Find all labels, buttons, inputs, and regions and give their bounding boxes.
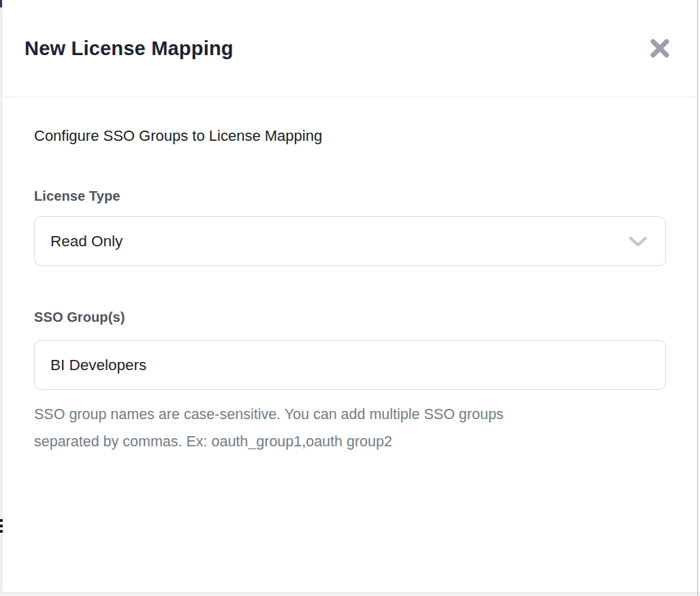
sso-groups-help-line-2: separated by commas. Ex: oauth_group1,oa… [34,428,666,455]
close-button[interactable] [647,35,673,61]
modal-header: New License Mapping [3,0,697,97]
license-type-select[interactable]: Read Only [34,216,666,266]
modal-body: Configure SSO Groups to License Mapping … [3,127,697,455]
configure-sso-groups-heading: Configure SSO Groups to License Mapping [34,127,666,145]
sso-groups-input[interactable] [34,340,666,390]
sso-groups-help-text: SSO group names are case-sensitive. You … [34,401,666,455]
new-license-mapping-modal: New License Mapping Configure SSO Groups… [3,0,697,593]
license-type-label: License Type [34,188,666,204]
x-icon [649,37,671,59]
page-behind-bottom-edge [0,593,700,596]
cutoff-menu-dash [0,519,3,522]
page-behind-right-edge-line [697,0,698,596]
license-type-selected-value: Read Only [50,233,123,250]
cutoff-page-content-mark [0,0,2,7]
cutoff-menu-dash [0,525,3,527]
sso-groups-help-line-1: SSO group names are case-sensitive. You … [34,401,666,428]
sso-groups-label: SSO Group(s) [34,310,666,325]
modal-title: New License Mapping [25,37,234,60]
chevron-down-icon [629,235,648,248]
cutoff-menu-dash [0,530,3,533]
